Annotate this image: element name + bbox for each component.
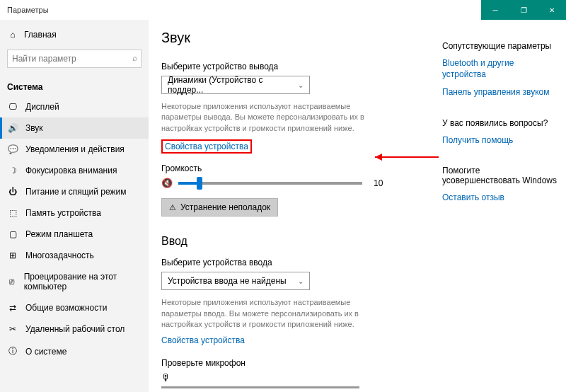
get-help-link[interactable]: Получить помощь <box>442 135 558 146</box>
sidebar-item-label: Память устройства <box>25 208 101 218</box>
mic-test-label: Проверьте микрофон <box>161 358 429 368</box>
sidebar-item-about[interactable]: ⓘ О системе <box>0 340 149 363</box>
sound-icon: 🔊 <box>7 123 18 133</box>
output-device-select[interactable]: Динамики (Устройство с поддер... ⌄ <box>161 76 310 94</box>
window-title: Параметры <box>0 6 481 14</box>
mic-level-bar <box>161 386 359 388</box>
sidebar-item-remote[interactable]: ✂ Удаленный рабочий стол <box>0 318 149 340</box>
sidebar-item-notifications[interactable]: 💬 Уведомления и действия <box>0 139 149 160</box>
input-device-properties-link[interactable]: Свойства устройства <box>161 335 245 345</box>
sidebar-item-sound[interactable]: 🔊 Звук <box>0 117 149 139</box>
sidebar-item-label: Фокусировка внимания <box>25 166 117 175</box>
sidebar-item-multitask[interactable]: ⊞ Многозадачность <box>0 245 149 266</box>
storage-icon: ⬚ <box>7 208 18 218</box>
output-device-value: Динамики (Устройство с поддер... <box>168 75 298 95</box>
search-icon: ⌕ <box>132 53 137 63</box>
sidebar-item-label: Звук <box>25 123 43 133</box>
sidebar-item-label: Дисплей <box>25 102 59 112</box>
help-title: У вас появились вопросы? <box>442 118 558 128</box>
output-device-properties-link[interactable]: Свойства устройства <box>161 139 252 154</box>
home-label: Главная <box>24 30 57 40</box>
sidebar-item-power[interactable]: ⏻ Питание и спящий режим <box>0 181 149 202</box>
focus-icon: ☽ <box>7 166 18 175</box>
sidebar-item-project[interactable]: ⎚ Проецирование на этот компьютер <box>0 266 149 297</box>
about-icon: ⓘ <box>7 345 18 357</box>
related-settings-title: Сопутствующие параметры <box>442 41 558 51</box>
volume-thumb[interactable] <box>197 177 202 190</box>
sidebar-item-tablet[interactable]: ▢ Режим планшета <box>0 224 149 245</box>
sidebar-item-label: Общие возможности <box>25 303 107 313</box>
sidebar: ⌂ Главная ⌕ Система 🖵 Дисплей 🔊 Звук 💬 У… <box>0 20 149 392</box>
input-info-text: Некоторые приложения используют настраив… <box>161 297 388 330</box>
chevron-down-icon: ⌄ <box>298 277 304 285</box>
shared-icon: ⇄ <box>7 303 18 313</box>
input-device-select[interactable]: Устройства ввода не найдены ⌄ <box>161 272 310 290</box>
chevron-down-icon: ⌄ <box>298 81 304 89</box>
related-link-sound-panel[interactable]: Панель управления звуком <box>442 87 558 98</box>
output-info-text: Некоторые приложения используют настраив… <box>161 101 388 134</box>
power-icon: ⏻ <box>7 187 18 197</box>
right-panel: Сопутствующие параметры Bluetooth и друг… <box>442 20 566 392</box>
sidebar-item-label: Питание и спящий режим <box>25 187 127 197</box>
sidebar-item-label: Уведомления и действия <box>25 144 125 154</box>
sidebar-item-focus[interactable]: ☽ Фокусировка внимания <box>0 160 149 181</box>
close-button[interactable]: ✕ <box>538 0 566 20</box>
related-link-bluetooth[interactable]: Bluetooth и другие устройства <box>442 58 558 80</box>
sidebar-item-label: Удаленный рабочий стол <box>25 324 125 334</box>
sidebar-item-label: Проецирование на этот компьютер <box>24 272 142 292</box>
feedback-title: Помогите усовершенствовать Windows <box>442 166 558 185</box>
page-title: Звук <box>161 30 429 46</box>
sidebar-item-storage[interactable]: ⬚ Память устройства <box>0 202 149 224</box>
search-input[interactable] <box>7 50 142 68</box>
home-link[interactable]: ⌂ Главная <box>0 25 149 44</box>
feedback-link[interactable]: Оставить отзыв <box>442 192 558 204</box>
sidebar-item-label: Режим планшета <box>25 229 93 239</box>
sidebar-item-shared[interactable]: ⇄ Общие возможности <box>0 297 149 318</box>
input-section-title: Ввод <box>161 235 429 248</box>
search-box[interactable]: ⌕ <box>7 50 142 68</box>
troubleshoot-label: Устранение неполадок <box>180 202 270 212</box>
volume-value: 10 <box>374 178 383 188</box>
annotation-arrow <box>375 151 442 163</box>
display-icon: 🖵 <box>7 102 18 112</box>
remote-icon: ✂ <box>7 324 18 334</box>
sidebar-item-label: О системе <box>25 347 67 357</box>
category-title: Система <box>0 74 149 96</box>
sidebar-item-label: Многозадачность <box>25 250 94 260</box>
output-troubleshoot-button[interactable]: ⚠ Устранение неполадок <box>161 198 278 217</box>
titlebar: Параметры ─ ❐ ✕ <box>0 0 566 20</box>
output-device-label: Выберите устройство вывода <box>161 62 429 71</box>
minimize-button[interactable]: ─ <box>481 0 509 20</box>
volume-label: Громкость <box>161 163 429 173</box>
tablet-icon: ▢ <box>7 229 18 239</box>
microphone-icon: 🎙 <box>161 372 171 384</box>
volume-icon: 🔇 <box>161 178 173 188</box>
svg-marker-1 <box>375 154 382 161</box>
project-icon: ⎚ <box>7 277 17 287</box>
warning-icon: ⚠ <box>169 203 176 212</box>
sidebar-item-display[interactable]: 🖵 Дисплей <box>0 96 149 117</box>
input-device-value: Устройства ввода не найдены <box>168 276 287 286</box>
volume-slider[interactable] <box>178 182 362 185</box>
main-content: Звук Выберите устройство вывода Динамики… <box>149 20 442 392</box>
notifications-icon: 💬 <box>7 144 18 154</box>
home-icon: ⌂ <box>7 30 18 40</box>
maximize-button[interactable]: ❐ <box>509 0 538 20</box>
input-device-label: Выберите устройства ввода <box>161 258 429 267</box>
multitask-icon: ⊞ <box>7 250 18 260</box>
